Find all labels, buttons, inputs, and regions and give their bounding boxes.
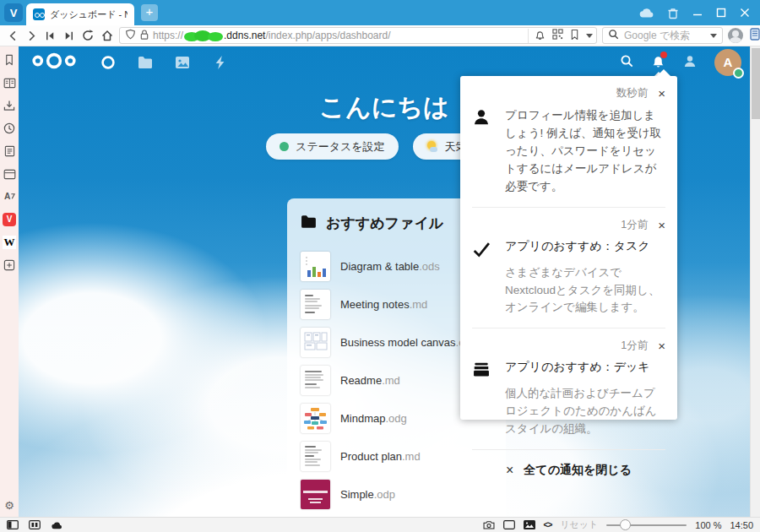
minimize-button[interactable] xyxy=(692,8,703,18)
scrollbar-thumb[interactable] xyxy=(752,48,760,119)
search-engine-icon[interactable] xyxy=(608,29,620,43)
app-files-icon[interactable] xyxy=(137,54,154,71)
notes-panel-icon[interactable] xyxy=(3,144,16,158)
avatar-initial: A xyxy=(724,55,733,69)
notification-card: 1分前 × アプリのおすすめ：タスク さまざまなデバイスでNextcloudとタ… xyxy=(472,208,665,329)
reading-list-panel-icon[interactable] xyxy=(3,76,16,90)
svg-text:A: A xyxy=(3,192,10,201)
close-notification-icon[interactable]: × xyxy=(658,219,665,231)
qr-code-icon[interactable] xyxy=(552,29,563,42)
user-status-dot xyxy=(733,68,744,79)
back-button[interactable] xyxy=(7,30,19,42)
nextcloud-header: A xyxy=(19,46,750,78)
file-row[interactable]: Simple.odp xyxy=(301,475,492,513)
toggle-images-icon[interactable] xyxy=(524,520,535,529)
panel-settings-gear-icon[interactable]: ⚙ xyxy=(0,499,19,512)
check-icon xyxy=(472,239,494,318)
vivaldi-menu-button[interactable]: V xyxy=(4,3,23,22)
notification-text: 個人的な計画およびチームプロジェクトのためのかんばんスタイルの組織。 xyxy=(505,385,665,438)
set-status-button[interactable]: ステータスを設定 xyxy=(266,133,399,160)
notification-badge xyxy=(660,52,667,58)
nextcloud-page: A こんにちは ステータスを設定 天気の地 おすすめファイル xyxy=(19,46,750,517)
nextcloud-logo-icon[interactable] xyxy=(30,52,78,72)
online-status-icon xyxy=(280,142,289,151)
file-thumbnail-chart xyxy=(301,252,330,281)
zoom-slider-knob[interactable] xyxy=(620,519,631,530)
zoom-slider[interactable] xyxy=(606,519,687,531)
nc-contacts-icon[interactable] xyxy=(682,54,698,71)
notification-card: 1分前 × アプリのおすすめ：デッキ 個人的な計画およびチームプロジェクトのため… xyxy=(472,328,665,450)
bookmarks-panel-icon[interactable] xyxy=(3,53,16,67)
notification-text: さまざまなデバイスでNextcloudとタスクを同期し、オンラインで編集します。 xyxy=(505,264,665,318)
page-scrollbar[interactable] xyxy=(750,46,760,517)
search-caret-icon[interactable] xyxy=(710,34,717,38)
page-frame-icon[interactable] xyxy=(503,520,515,529)
addressbar: https://.ddns.net/index.php/apps/dashboa… xyxy=(0,25,760,46)
toggle-panel-icon[interactable] xyxy=(7,520,19,529)
panel-bar: A V W ⚙ xyxy=(0,46,19,517)
reload-button[interactable] xyxy=(81,29,95,42)
vivaldi-webpanel-icon[interactable]: V xyxy=(3,213,16,226)
notification-title: アプリのおすすめ：タスク xyxy=(505,239,665,254)
windows-panel-icon[interactable] xyxy=(3,167,16,181)
notification-timestamp: 1分前 xyxy=(621,218,648,232)
notification-timestamp: 1分前 xyxy=(621,339,648,353)
file-thumbnail-readme xyxy=(301,366,330,395)
trash-icon[interactable] xyxy=(667,7,679,19)
close-notification-icon[interactable]: × xyxy=(658,87,665,100)
notifications-dropdown: 数秒前 × プロフィール情報を追加しましょう! 例えば、通知を受け取ったり、パス… xyxy=(460,76,677,420)
notification-timestamp: 数秒前 xyxy=(616,86,649,100)
sync-status-cloud-icon[interactable] xyxy=(51,521,63,529)
translate-panel-icon[interactable]: A xyxy=(3,190,16,204)
nc-notifications-bell-icon[interactable] xyxy=(651,53,665,71)
shield-icon[interactable] xyxy=(125,29,136,43)
maximize-button[interactable] xyxy=(716,8,726,18)
file-thumbnail-document xyxy=(301,290,330,319)
nc-user-avatar[interactable]: A xyxy=(714,49,741,76)
downloads-panel-icon[interactable] xyxy=(3,99,16,112)
url-actions-caret-icon[interactable] xyxy=(586,34,593,38)
panel-title: おすすめファイル xyxy=(326,214,443,233)
add-webpanel-icon[interactable] xyxy=(3,258,16,272)
lock-icon[interactable] xyxy=(139,29,149,43)
close-button[interactable] xyxy=(740,8,750,18)
notifications-bell-icon[interactable] xyxy=(535,29,546,43)
nc-search-icon[interactable] xyxy=(620,54,634,71)
tab-dashboard[interactable]: ダッシュボード - Nextcloud xyxy=(26,3,134,25)
search-placeholder: Google で検索 xyxy=(624,29,706,43)
file-row[interactable]: Product plan.md xyxy=(301,437,492,475)
page-actions-icon[interactable] xyxy=(750,28,760,43)
file-thumbnail-mindmap xyxy=(301,404,330,433)
rewind-button[interactable] xyxy=(44,30,57,42)
nextcloud-favicon-icon xyxy=(33,8,45,20)
history-panel-icon[interactable] xyxy=(3,122,16,135)
app-dashboard-icon[interactable] xyxy=(100,54,117,71)
url-text: https://.ddns.net/index.php/apps/dashboa… xyxy=(153,30,524,41)
close-notification-icon[interactable]: × xyxy=(658,339,665,352)
file-thumbnail-presentation xyxy=(301,480,330,509)
clock: 14:50 xyxy=(730,520,753,530)
tiling-icon[interactable] xyxy=(29,520,41,529)
forward-button[interactable] xyxy=(25,30,38,42)
zoom-reset-label[interactable]: リセット xyxy=(560,518,598,531)
wikipedia-webpanel-icon[interactable]: W xyxy=(3,236,16,249)
home-button[interactable] xyxy=(100,29,114,42)
zoom-slider-track[interactable] xyxy=(606,524,687,526)
statusbar: <> リセット 100 % 14:50 xyxy=(0,517,760,532)
file-thumbnail-canvas xyxy=(301,328,330,357)
bookmark-icon[interactable] xyxy=(570,29,579,43)
app-activity-icon[interactable] xyxy=(211,54,228,71)
sync-cloud-icon[interactable] xyxy=(639,7,654,19)
browser-profile-avatar[interactable] xyxy=(728,28,743,43)
dismiss-all-notifications-button[interactable]: × 全ての通知を閉じる xyxy=(472,450,665,490)
fast-forward-button[interactable] xyxy=(62,30,75,42)
notification-card: 数秒前 × プロフィール情報を追加しましょう! 例えば、通知を受け取ったり、パス… xyxy=(472,76,665,208)
page-source-icon[interactable]: <> xyxy=(544,520,552,529)
new-tab-button[interactable]: + xyxy=(141,4,158,21)
user-icon xyxy=(472,107,494,196)
capture-page-icon[interactable] xyxy=(483,520,495,529)
tab-title: ダッシュボード - Nextcloud xyxy=(50,8,128,21)
app-photos-icon[interactable] xyxy=(174,54,191,71)
search-field[interactable]: Google で検索 xyxy=(602,27,723,44)
url-field[interactable]: https://.ddns.net/index.php/apps/dashboa… xyxy=(119,27,597,44)
